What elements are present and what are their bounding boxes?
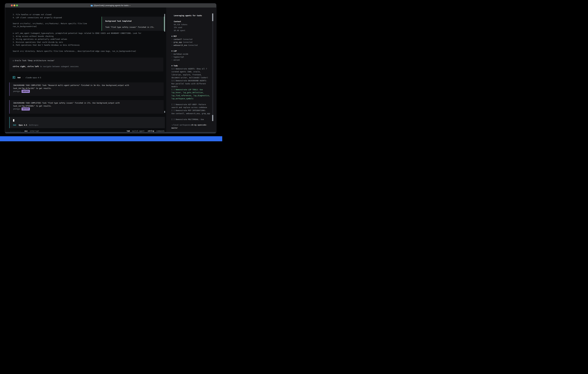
mcp-server-status: Connected (183, 38, 192, 40)
mcp-server-name: websearch_exa (173, 44, 187, 46)
text-cursor (13, 119, 14, 122)
window-titlebar[interactable]: [OpenCode] Leveraging agents for tasks ◐ (5, 3, 216, 8)
input-provider-name: Anthropic (29, 124, 39, 126)
toast-notification[interactable]: Background Task Completed Task "Find typ… (102, 17, 164, 31)
session-sidebar: Leveraging agents for tasks Context 66,5… (167, 8, 216, 132)
todo-heading[interactable]: ▼ Todo (171, 64, 210, 67)
context-used: 33% used (174, 26, 187, 29)
agent-model: claude-opus-4-5 (25, 77, 41, 79)
bullet-icon: • (171, 56, 172, 58)
tab-key-hint[interactable]: tab (127, 130, 130, 132)
context-tokens: 66,518 tokens (174, 23, 187, 26)
sidebar-scrollbar-thumb[interactable] (212, 13, 213, 21)
oracle-task-title: Oracle Task "Deep architecture review" (15, 60, 54, 62)
folder-icon (91, 5, 93, 7)
status-bar: •••••••• esc interrupt tab switch agent … (10, 130, 165, 132)
desktop-wallpaper-strip (0, 136, 222, 141)
ctrlp-key-hint[interactable]: ctrl+p (148, 130, 154, 132)
pane-divider (166, 8, 167, 132)
oracle-hint-text: to navigate between subagent sessions (39, 65, 79, 68)
tab-key-label: switch agent (132, 130, 145, 132)
workspace-path-prefix: ~/local-workspaces/ (171, 124, 191, 126)
workspace-path: ~/local-workspaces/oh-my-opencode: maste… (171, 124, 207, 129)
sidebar-scrollbar-thumb-lower[interactable] (212, 115, 213, 121)
toast-body: Task "Find type safety issues" finished … (105, 26, 155, 28)
lsp-server-name: eslint (173, 59, 180, 61)
lsp-heading[interactable]: ▼ LSP (171, 50, 188, 53)
bullet-icon: • (171, 41, 172, 43)
lsp-server-name: markdown-oxide (173, 53, 188, 55)
session-title: Leveraging agents for tasks (174, 14, 202, 17)
sidebar-scrollbar-track[interactable] (212, 13, 213, 121)
todo-item-pending: [ ] Demonstrate AST-GREP: Pattern search… (171, 103, 210, 109)
workspace-branch: master (171, 126, 207, 130)
todo-item-active: [ ] Demonstrate LSP TOOLS: Use lsp_hover… (171, 88, 210, 100)
esc-key-label: interrupt (30, 130, 39, 132)
omo-agent-icon (13, 76, 15, 79)
chat-scrollbar-thumb-lower[interactable] (164, 111, 165, 113)
record-circle-icon: ◎ (13, 60, 14, 62)
oracle-hint-keys: ctrl+x right, ctrl+x left (13, 65, 39, 68)
chat-scrollbar-thumb[interactable] (164, 14, 165, 32)
todo-item-done: [✓] Demonstrate AGENTS: Show all 7 curat… (171, 67, 210, 79)
todo-item-pending: [ ] Demonstrate MCP INTEGRATIONS: Use co… (171, 109, 210, 115)
gear-icon: ⚙ (13, 32, 14, 34)
lsp-server-name: typescript (173, 56, 184, 58)
oracle-task-card[interactable]: ◎ Oracle Task "Deep architecture review"… (9, 58, 163, 72)
context-heading: Context (174, 20, 187, 23)
scrollback-text: 3. File handles or streams not closed 4.… (13, 13, 87, 28)
mcp-server-status: Connected (188, 44, 198, 46)
queued-badge: QUEUED (21, 107, 30, 111)
separator-dot: · (22, 77, 23, 79)
window-title: [OpenCode] Leveraging agents for tasks (94, 4, 129, 7)
esc-key-hint[interactable]: esc (25, 130, 28, 132)
input-agent-name[interactable]: OmO (13, 124, 16, 126)
toast-title: Background Task Completed (105, 20, 132, 22)
todo-item-done: [✓] Demonstrate BACKGROUND AGENTS: Run p… (171, 79, 210, 88)
message-author: yeongyu (13, 108, 21, 110)
bullet-icon: • (171, 59, 172, 61)
bullet-icon: • (171, 53, 172, 55)
todo-section: ▼ Todo [✓] Demonstrate AGENTS: Show all … (171, 64, 210, 121)
mcp-server-status: Connected (183, 41, 192, 43)
agent-header: OmO · claude-opus-4-5 (13, 76, 41, 79)
message-author: yeongyu (13, 90, 21, 92)
agent-name: OmO (17, 77, 21, 79)
mcp-section: ▼ MCP • context7 Connected • grep_app Co… (171, 35, 198, 47)
background-task-message[interactable]: [BACKGROUND TASK COMPLETED] Task "Resear… (9, 83, 164, 96)
todo-item-pending: [ ] Demonstrate MULTIMODAL: Use (171, 118, 210, 121)
mcp-server-name: grep_app (173, 41, 182, 43)
activity-dots: •••••••• (10, 130, 21, 132)
workspace-repo: oh-my-opencode: (191, 124, 207, 126)
background-task-message[interactable]: [BACKGROUND TASK COMPLETED] Task "Find t… (9, 100, 164, 114)
tool-call-block: ⚙ call_omo_agent [subagent_type=explore,… (13, 32, 141, 53)
bullet-icon: • (171, 38, 172, 40)
input-model-name[interactable]: Opus 4.5 (19, 124, 27, 126)
context-spent: $0.46 spent (174, 29, 187, 32)
ctrlp-key-label: commands (156, 130, 165, 132)
bullet-icon: • (171, 44, 172, 46)
lsp-section: ▼ LSP • markdown-oxide • typescript • es… (171, 50, 188, 62)
window-title-area: [OpenCode] Leveraging agents for tasks ◐ (5, 3, 216, 8)
mcp-server-name: context7 (173, 38, 182, 40)
terminal-content: 3. File handles or streams not closed 4.… (5, 8, 216, 132)
terminal-window: [OpenCode] Leveraging agents for tasks ◐… (5, 3, 216, 134)
queued-badge: QUEUED (21, 90, 30, 93)
prompt-input[interactable]: OmO Opus 4.5 Anthropic (9, 117, 165, 128)
session-half-circle-icon: ◐ (129, 4, 131, 7)
status-bar-right: tab switch agent ctrl+p commands (127, 130, 165, 132)
chat-pane: 3. File handles or streams not closed 4.… (5, 8, 167, 132)
window-bottom-chrome (5, 132, 216, 133)
mcp-heading[interactable]: ▼ MCP (171, 35, 198, 38)
context-section: Context 66,518 tokens 33% used $0.46 spe… (174, 20, 187, 32)
